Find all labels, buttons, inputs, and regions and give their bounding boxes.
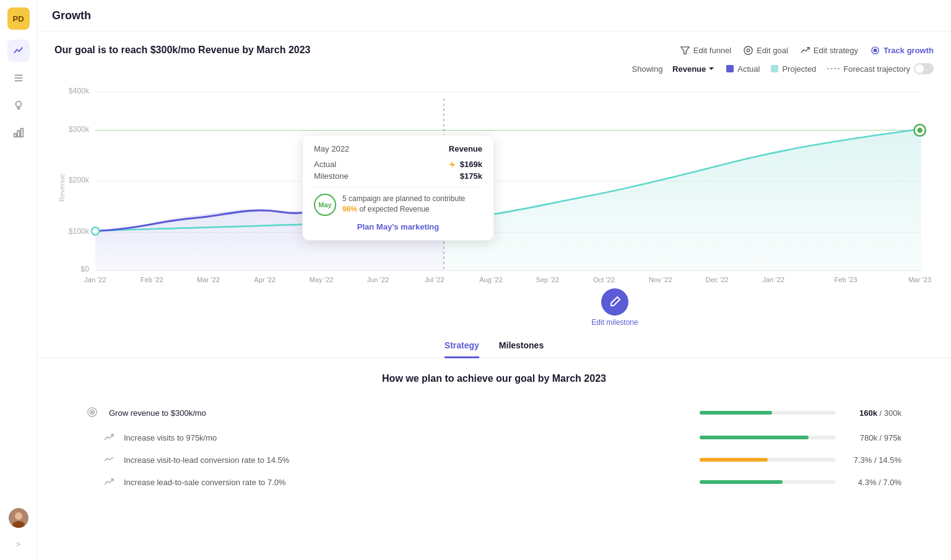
start-dot-teal bbox=[92, 227, 99, 235]
topbar: Growth bbox=[37, 0, 951, 32]
svg-text:Feb '22: Feb '22 bbox=[141, 276, 163, 283]
tooltip-milestone-value: $175k bbox=[460, 171, 482, 181]
revenue-bar-wrap bbox=[700, 411, 836, 415]
visit-lead-bar-wrap bbox=[700, 458, 836, 462]
trend-icon-visit-lead bbox=[104, 455, 114, 465]
strategy-title: How we plan to achieve our goal by March… bbox=[87, 373, 901, 384]
chart-controls: Showing Revenue Actual Projected Fo bbox=[54, 63, 934, 74]
strategy-rows: Grow revenue to $300k/mo 160k / 300k bbox=[87, 399, 901, 493]
svg-text:Apr '22: Apr '22 bbox=[254, 276, 276, 283]
projected-area bbox=[444, 129, 921, 270]
svg-text:May '22: May '22 bbox=[310, 276, 334, 283]
actual-dot bbox=[726, 65, 734, 72]
svg-text:$100k: $100k bbox=[69, 226, 90, 235]
tooltip-header: May 2022 Revenue bbox=[314, 144, 482, 153]
trend-up-icon-lead-sale bbox=[104, 477, 114, 487]
svg-text:Mar '22: Mar '22 bbox=[197, 276, 220, 283]
forecast-toggle[interactable] bbox=[914, 63, 934, 74]
edit-milestone-button[interactable] bbox=[601, 288, 628, 316]
target-icon bbox=[87, 407, 99, 419]
sidebar-item-chart[interactable] bbox=[7, 121, 30, 144]
tooltip-campaign: May 5 campaign are planned to contribute… bbox=[314, 194, 482, 216]
svg-text:Dec '22: Dec '22 bbox=[705, 276, 728, 283]
projected-legend: Projected bbox=[771, 64, 816, 74]
tabs: Strategy Milestones bbox=[37, 334, 951, 358]
svg-text:Mar '23: Mar '23 bbox=[908, 276, 931, 283]
chart-container: $400k $300k $200k $100k $0 Revenue bbox=[54, 79, 934, 283]
goal-actions: Edit funnel Edit goal Edit strategy bbox=[680, 46, 934, 55]
forecast-dot bbox=[827, 68, 840, 69]
actual-legend: Actual bbox=[726, 64, 760, 74]
pencil-icon bbox=[609, 296, 621, 308]
svg-point-10 bbox=[15, 512, 22, 520]
strategy-icon bbox=[801, 46, 810, 55]
svg-rect-6 bbox=[14, 134, 16, 137]
svg-text:$300k: $300k bbox=[69, 124, 90, 133]
strategy-row-visits: Increase visits to 975k/mo 780k / 975k bbox=[87, 426, 901, 449]
goal-title: Our goal is to reach $300k/mo Revenue by… bbox=[54, 45, 311, 56]
visits-values: 780k / 975k bbox=[846, 433, 901, 442]
svg-point-14 bbox=[747, 49, 750, 52]
visit-lead-label: Increase visit-to-lead conversion rate t… bbox=[124, 455, 690, 465]
projected-dot bbox=[771, 65, 778, 72]
revenue-row-label: Grow revenue to $300k/mo bbox=[109, 408, 690, 418]
sidebar-item-bulb[interactable] bbox=[7, 94, 30, 116]
sidebar-expand-btn[interactable]: > bbox=[7, 535, 30, 553]
tooltip-milestone-row: Milestone $175k bbox=[314, 171, 482, 181]
settings-icon bbox=[744, 46, 753, 55]
sidebar: PD > bbox=[0, 0, 37, 560]
showing-control: Showing Revenue bbox=[632, 64, 716, 74]
main-content: Growth Our goal is to reach $300k/mo Rev… bbox=[37, 0, 951, 560]
svg-text:Jan '22: Jan '22 bbox=[84, 276, 106, 283]
edit-milestone-label: Edit milestone bbox=[591, 318, 638, 327]
tab-milestones[interactable]: Milestones bbox=[499, 334, 544, 358]
svg-text:$200k: $200k bbox=[69, 176, 90, 184]
showing-label: Showing bbox=[632, 64, 663, 74]
revenue-bar bbox=[700, 411, 772, 415]
chart-section: Showing Revenue Actual Projected Fo bbox=[37, 56, 951, 327]
track-growth-button[interactable]: Track growth bbox=[871, 46, 934, 55]
svg-rect-8 bbox=[20, 129, 23, 137]
svg-text:Nov '22: Nov '22 bbox=[649, 276, 672, 283]
bolt-icon bbox=[448, 160, 456, 169]
tooltip-divider bbox=[314, 187, 482, 187]
strategy-row-lead-sale: Increase lead-to-sale conversion rate to… bbox=[87, 471, 901, 493]
tooltip-campaign-text: 5 campaign are planned to contribute 96%… bbox=[342, 194, 465, 215]
tooltip-actual-label: Actual bbox=[314, 160, 336, 169]
svg-text:Oct '22: Oct '22 bbox=[593, 276, 615, 283]
user-avatar[interactable] bbox=[9, 508, 28, 528]
edit-strategy-button[interactable]: Edit strategy bbox=[801, 46, 858, 55]
sidebar-item-list[interactable] bbox=[7, 67, 30, 89]
visit-lead-bar bbox=[700, 458, 768, 462]
svg-point-16 bbox=[874, 49, 877, 52]
svg-rect-7 bbox=[17, 131, 20, 137]
forecast-legend: Forecast trajectory bbox=[827, 63, 934, 74]
svg-text:Jul '22: Jul '22 bbox=[425, 276, 445, 283]
svg-point-13 bbox=[744, 46, 752, 54]
funnel-icon bbox=[680, 46, 690, 55]
visits-bar-wrap bbox=[700, 436, 836, 439]
svg-point-3 bbox=[15, 101, 21, 107]
tooltip-actual-row: Actual $169k bbox=[314, 160, 482, 169]
strategy-section: How we plan to achieve our goal by March… bbox=[37, 358, 951, 508]
edit-milestone-wrap: Edit milestone bbox=[296, 288, 934, 327]
lead-sale-values: 4.3% / 7.0% bbox=[846, 478, 901, 487]
lead-sale-label: Increase lead-to-sale conversion rate to… bbox=[124, 478, 690, 487]
visit-lead-values: 7.3% / 14.5% bbox=[846, 455, 901, 465]
tooltip-actual-value: $169k bbox=[460, 160, 482, 169]
tab-strategy[interactable]: Strategy bbox=[445, 334, 479, 358]
strategy-row-visit-lead: Increase visit-to-lead conversion rate t… bbox=[87, 449, 901, 471]
visits-label: Increase visits to 975k/mo bbox=[124, 433, 690, 442]
svg-point-45 bbox=[92, 411, 93, 413]
sidebar-item-growth[interactable] bbox=[7, 40, 30, 62]
edit-goal-button[interactable]: Edit goal bbox=[744, 46, 788, 55]
app-avatar: PD bbox=[7, 7, 30, 30]
showing-value-dropdown[interactable]: Revenue bbox=[672, 64, 715, 74]
svg-text:Sep '22: Sep '22 bbox=[536, 276, 558, 283]
plan-marketing-link[interactable]: Plan May's marketing bbox=[314, 222, 482, 231]
target-dot-inner bbox=[918, 127, 923, 132]
trend-up-icon-visits bbox=[104, 433, 114, 442]
revenue-values: 160k / 300k bbox=[846, 408, 901, 418]
lead-sale-bar bbox=[700, 480, 783, 484]
edit-funnel-button[interactable]: Edit funnel bbox=[680, 46, 731, 55]
